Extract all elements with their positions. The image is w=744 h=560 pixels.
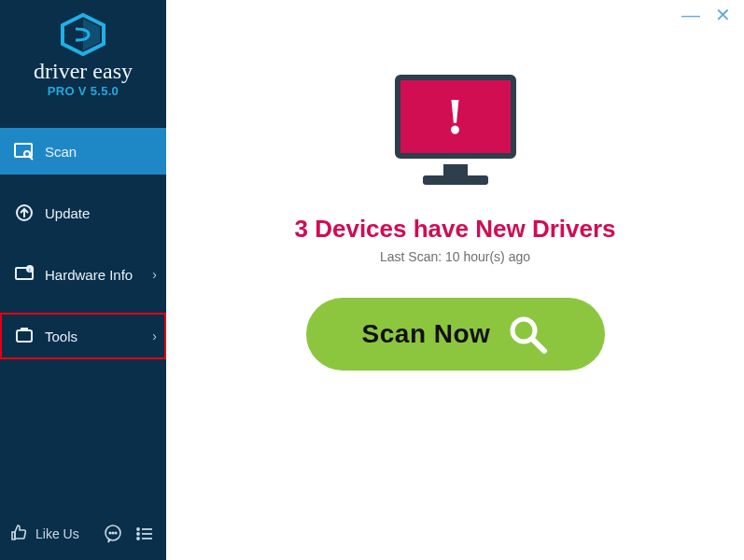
nav-item-update[interactable]: Update [0, 189, 166, 236]
scan-now-button[interactable]: Scan Now [306, 298, 605, 371]
monitor-alert-illustration: ! [386, 75, 526, 196]
close-button[interactable]: ✕ [715, 6, 731, 24]
update-icon [13, 202, 35, 224]
svg-point-2 [24, 151, 30, 157]
minimize-button[interactable]: — [681, 6, 700, 24]
hardware-info-icon: i [13, 263, 35, 286]
brand-block: driver easy PRO V 5.5.0 [0, 0, 166, 105]
nav-item-label: Scan [45, 144, 77, 160]
like-us-button[interactable]: Like Us [9, 524, 79, 545]
alert-exclamation-icon: ! [447, 91, 464, 142]
brand-version: PRO V 5.5.0 [48, 84, 119, 98]
nav-item-hardware-info[interactable]: i Hardware Info › [0, 251, 166, 298]
logo-icon [59, 13, 107, 60]
nav-item-label: Tools [45, 329, 77, 344]
svg-line-21 [532, 339, 544, 351]
like-us-label: Like Us [35, 526, 79, 541]
svg-point-12 [112, 532, 114, 534]
sidebar-nav: Scan Update i Hardware Info › [0, 113, 166, 359]
scan-icon [13, 140, 35, 162]
chevron-right-icon: › [152, 329, 157, 343]
scan-now-label: Scan Now [362, 319, 491, 349]
sidebar: driver easy PRO V 5.5.0 Scan Update [0, 0, 166, 560]
svg-point-18 [137, 538, 139, 539]
sidebar-footer: Like Us [0, 508, 166, 560]
nav-item-label: Hardware Info [45, 267, 133, 283]
brand-name: driver easy [34, 60, 133, 82]
feedback-icon[interactable] [101, 522, 125, 546]
nav-item-scan[interactable]: Scan [0, 128, 166, 175]
main-panel: ! 3 Devices have New Drivers Last Scan: … [166, 0, 744, 560]
svg-point-13 [115, 532, 117, 534]
menu-icon[interactable] [133, 522, 157, 546]
svg-point-14 [137, 528, 139, 530]
magnifier-icon [507, 314, 548, 355]
svg-rect-9 [17, 330, 32, 342]
thumbs-up-icon [9, 524, 28, 545]
headline-text: 3 Devices have New Drivers [295, 215, 616, 244]
svg-point-11 [109, 532, 111, 534]
chevron-right-icon: › [152, 267, 157, 282]
tools-icon [13, 325, 35, 347]
last-scan-text: Last Scan: 10 hour(s) ago [380, 249, 530, 264]
svg-text:i: i [29, 267, 30, 273]
nav-item-tools[interactable]: Tools › [0, 313, 166, 359]
nav-item-label: Update [45, 205, 90, 221]
svg-point-16 [137, 533, 139, 535]
